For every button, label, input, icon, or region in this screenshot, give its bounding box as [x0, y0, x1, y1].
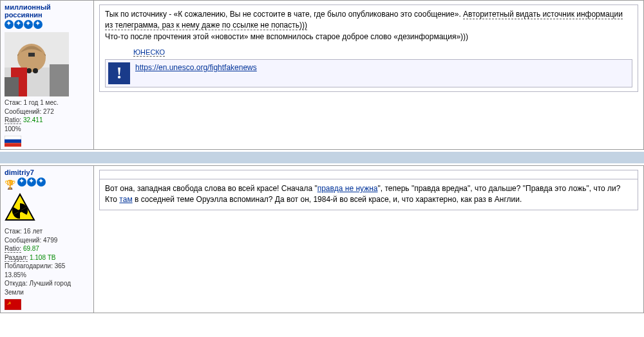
inline-link[interactable]: правда не нужна [317, 184, 378, 193]
user-rank-stars: 🏆 [5, 178, 90, 190]
message-body: Вот она, западная свобода слова во всей … [99, 179, 638, 210]
flag-russia-icon [5, 136, 21, 147]
forum-post: миллионный россиянин Стаж: 1 год 1 мес. … [0, 0, 644, 150]
post-text: Вот она, западная свобода слова во всей … [105, 184, 317, 193]
star-icon [14, 20, 23, 29]
avatar[interactable] [5, 32, 69, 96]
star-icon [5, 20, 14, 29]
user-stat: Поблагодарили: 365 [5, 262, 90, 271]
svg-rect-11 [5, 143, 21, 147]
star-icon [24, 20, 33, 29]
quote-block: ЮНЕСКО ! https://en.unesco.org/fightfake… [105, 46, 632, 87]
user-stat: Сообщений: 4799 [5, 236, 90, 245]
svg-point-4 [26, 68, 32, 73]
user-stat: Откуда: Лучший город Земли [5, 279, 90, 296]
user-stat: Стаж: 16 лет [5, 227, 90, 236]
svg-rect-3 [28, 53, 35, 57]
star-icon [27, 178, 36, 187]
message-body: Тык по источнику - «К сожалению, Вы не с… [99, 5, 638, 92]
user-rank-stars [5, 20, 90, 30]
avatar[interactable] [5, 193, 35, 224]
message-column: Вот она, западная свобода слова во всей … [94, 166, 643, 313]
post-divider [0, 152, 644, 163]
username-link[interactable]: dimitriy7 [5, 168, 90, 176]
quote-title[interactable]: ЮНЕСКО [133, 48, 165, 57]
star-icon [17, 178, 26, 187]
user-stat: Ratio: 32.411 [5, 116, 90, 125]
user-stat: Сообщений: 272 [5, 107, 90, 116]
user-stat: Ratio: 69.87 [5, 244, 90, 253]
exclamation-icon: ! [108, 62, 130, 84]
message-column: Тык по источнику - «К сожалению, Вы не с… [94, 1, 643, 149]
user-column: dimitriy7 🏆 Стаж: 16 лет Сообщений: 4799… [1, 166, 94, 313]
post-text: Тык по источнику - «К сожалению, Вы не с… [105, 10, 463, 19]
username-link[interactable]: миллионный россиянин [5, 3, 90, 19]
star-icon [37, 178, 46, 187]
svg-rect-7 [5, 77, 19, 96]
user-stat: 100% [5, 125, 90, 134]
svg-point-5 [33, 68, 38, 73]
user-stat: Раздал: 1.108 ТВ [5, 253, 90, 262]
star-icon [33, 20, 43, 29]
trophy-icon: 🏆 [5, 179, 15, 190]
post-text: Что-то после прочтения этой «новости» мн… [105, 32, 468, 41]
svg-text:☭: ☭ [7, 301, 11, 305]
user-stat: 13.85% [5, 271, 90, 280]
forum-post: dimitriy7 🏆 Стаж: 16 лет Сообщений: 4799… [0, 165, 644, 313]
quote-link[interactable]: https://en.unesco.org/fightfakenews [135, 62, 257, 73]
flag-ussr-icon: ☭ [5, 299, 21, 310]
user-column: миллионный россиянин Стаж: 1 год 1 мес. … [1, 1, 94, 149]
user-stat: Стаж: 1 год 1 мес. [5, 98, 90, 107]
post-text: в соседней теме Оруэлла вспоминал? Да во… [133, 195, 522, 204]
svg-rect-8 [50, 64, 69, 96]
message-header-bar [99, 170, 638, 179]
inline-link[interactable]: там [119, 195, 132, 204]
svg-rect-10 [5, 140, 21, 143]
